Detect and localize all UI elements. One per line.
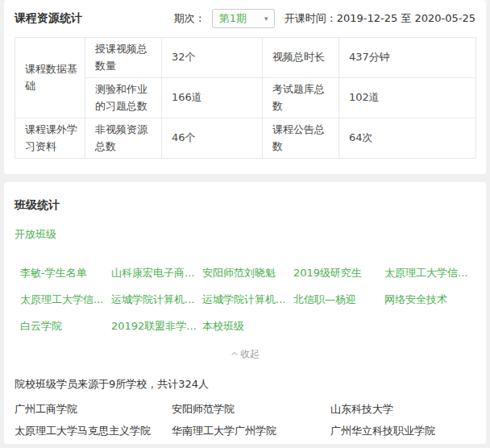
class-link[interactable]: 20192联盟非学...	[111, 319, 202, 334]
class-link[interactable]: 本校班级	[202, 319, 293, 334]
school-item: 广州工商学院	[15, 398, 172, 420]
school-item: 安阳师范学院	[172, 398, 330, 420]
class-link[interactable]: 运城学院计算机...	[202, 292, 293, 307]
school-item: 四川师范大学	[15, 442, 172, 445]
chevron-up-icon	[230, 351, 239, 357]
class-link[interactable]: 太原理工大学信...	[384, 266, 475, 280]
school-grid: 广州工商学院 安阳师范学院 山东科技大学 太原理工大学马克思主义学院 华南理工大…	[15, 398, 475, 445]
class-link[interactable]: 李敏-学生名单	[20, 266, 111, 280]
value-cell: 102道	[339, 78, 476, 118]
class-link-grid: 李敏-学生名单 山科康宏电子商... 安阳师范刘晓魁 2019级研究生 太原理工…	[15, 266, 475, 334]
course-time-label: 开课时间：	[284, 12, 337, 24]
value-cell: 437分钟	[339, 38, 476, 78]
value-cell: 46个	[162, 118, 263, 159]
course-time-value: 2019-12-25 至 2020-05-25	[337, 12, 475, 24]
class-link[interactable]: 白云学院	[20, 319, 111, 334]
open-classes-tab[interactable]: 开放班级	[15, 227, 56, 242]
label-cell: 非视频资源总数	[85, 118, 162, 159]
resource-panel-title: 课程资源统计	[15, 11, 82, 26]
collapse-row: 收起	[15, 345, 475, 361]
group-cell: 课程数据基础	[15, 38, 85, 118]
label-cell: 课程公告总数	[263, 118, 339, 159]
class-stats-title: 班级统计	[15, 198, 475, 213]
school-item: 太原理工大学马克思主义学院	[15, 420, 172, 442]
resource-panel-controls: 期次： 第1期 ▾ 开课时间：2019-12-25 至 2020-05-25	[174, 9, 475, 28]
class-link[interactable]: 山科康宏电子商...	[111, 266, 202, 280]
course-time: 开课时间：2019-12-25 至 2020-05-25	[284, 11, 475, 26]
class-link[interactable]: 太原理工大学信...	[20, 292, 111, 307]
school-item: 广州华夏职业学院	[330, 442, 475, 445]
value-cell: 32个	[162, 38, 263, 78]
school-summary: 院校班级学员来源于9所学校，共计324人	[15, 377, 475, 392]
class-link[interactable]: 运城学院计算机...	[111, 292, 202, 307]
class-link[interactable]: 北信职—杨迎	[293, 292, 384, 307]
collapse-button[interactable]: 收起	[230, 347, 260, 361]
table-row: 课程课外学习资料 非视频资源总数 46个 课程公告总数 64次	[15, 118, 476, 159]
class-link[interactable]: 网络安全技术	[384, 292, 475, 307]
table-row: 课程数据基础 授课视频总数量 32个 视频总时长 437分钟	[15, 38, 476, 78]
period-select[interactable]: 第1期 ▾	[212, 9, 275, 28]
value-cell: 64次	[339, 118, 476, 159]
collapse-label: 收起	[240, 347, 260, 361]
label-cell: 视频总时长	[263, 38, 339, 78]
school-item: 山东科技大学	[330, 398, 475, 420]
label-cell: 测验和作业的习题总数	[85, 78, 162, 118]
resource-panel-header: 课程资源统计 期次： 第1期 ▾ 开课时间：2019-12-25 至 2020-…	[15, 0, 475, 37]
label-cell: 考试题库总数	[263, 78, 339, 118]
course-resource-panel: 课程资源统计 期次： 第1期 ▾ 开课时间：2019-12-25 至 2020-…	[4, 0, 486, 174]
period-label: 期次：	[174, 11, 206, 26]
value-cell: 166道	[162, 78, 263, 118]
school-item: 华南理工大学广州学院	[172, 420, 330, 442]
class-link[interactable]: 安阳师范刘晓魁	[202, 266, 293, 280]
period-select-value: 第1期	[219, 11, 247, 26]
class-link[interactable]: 2019级研究生	[293, 266, 384, 280]
class-stats-panel: 班级统计 开放班级 李敏-学生名单 山科康宏电子商... 安阳师范刘晓魁 201…	[4, 182, 486, 444]
label-cell: 授课视频总数量	[85, 38, 162, 78]
chevron-down-icon: ▾	[264, 15, 268, 23]
resource-stats-table: 课程数据基础 授课视频总数量 32个 视频总时长 437分钟 测验和作业的习题总…	[15, 37, 476, 159]
school-item: 广州华立科技职业学院	[330, 420, 475, 442]
school-item: 华南农业大学珠江学院	[172, 442, 330, 445]
group-cell: 课程课外学习资料	[15, 118, 85, 159]
